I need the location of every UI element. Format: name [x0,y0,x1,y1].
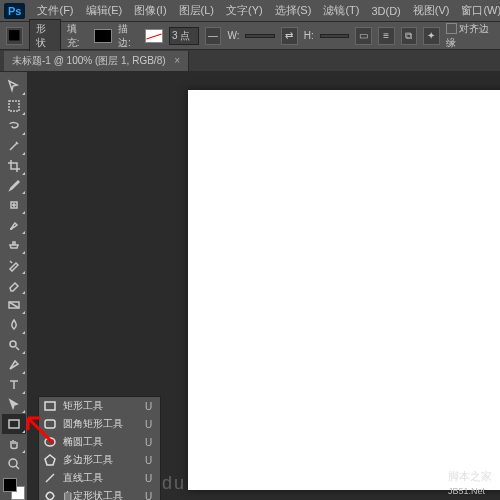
canvas[interactable] [188,90,500,490]
shortcut: U [129,437,152,448]
blur-tool[interactable] [2,315,26,335]
fill-swatch[interactable] [94,29,112,43]
link-wh-icon[interactable]: ⇄ [281,27,298,45]
tab-title: 未标题-1 @ 100% (图层 1, RGB/8) [12,55,166,66]
dodge-tool[interactable] [2,335,26,355]
marquee-tool[interactable] [2,96,26,116]
color-wells[interactable] [3,478,25,500]
document-tabs: 未标题-1 @ 100% (图层 1, RGB/8) × [0,50,500,72]
menu-window[interactable]: 窗口(W) [455,3,500,18]
move-tool[interactable] [2,76,26,96]
line-tool[interactable]: 直线工具 U [39,469,160,487]
menu-edit[interactable]: 编辑(E) [80,3,129,18]
shape-tool[interactable] [2,414,26,434]
shortcut: U [129,491,152,501]
flyout-label: 自定形状工具 [63,489,123,500]
clone-stamp-tool[interactable] [2,235,26,255]
flyout-label: 圆角矩形工具 [63,417,123,431]
eraser-tool[interactable] [2,275,26,295]
svg-point-9 [45,438,55,446]
menubar: Ps 文件(F) 编辑(E) 图像(I) 图层(L) 文字(Y) 选择(S) 滤… [0,0,500,22]
menu-type[interactable]: 文字(Y) [220,3,269,18]
w-label: W: [227,30,239,41]
fill-label: 填充: [67,22,88,50]
align-edges-checkbox[interactable]: 对齐边缘 [446,22,494,50]
hand-tool[interactable] [2,434,26,454]
svg-point-6 [9,459,17,467]
gradient-tool[interactable] [2,295,26,315]
custom-shape-tool[interactable]: 自定形状工具 U [39,487,160,500]
stroke-style-icon[interactable]: — [205,27,222,45]
path-selection-tool[interactable] [2,395,26,415]
stroke-label: 描边: [118,22,139,50]
rectangle-tool[interactable]: 矩形工具 U [39,397,160,415]
history-brush-tool[interactable] [2,255,26,275]
menu-select[interactable]: 选择(S) [269,3,318,18]
menu-3d[interactable]: 3D(D) [365,5,406,17]
rounded-rectangle-tool[interactable]: 圆角矩形工具 U [39,415,160,433]
foreground-color[interactable] [3,478,17,492]
lasso-tool[interactable] [2,116,26,136]
close-icon[interactable]: × [174,55,180,66]
flyout-label: 直线工具 [63,471,103,485]
ellipse-icon [43,435,57,449]
crop-tool[interactable] [2,156,26,176]
mode-select[interactable]: 形状 [29,19,61,53]
flyout-label: 椭圆工具 [63,435,103,449]
tool-preset-icon[interactable] [6,27,23,45]
menu-view[interactable]: 视图(V) [407,3,456,18]
healing-brush-tool[interactable] [2,195,26,215]
ellipse-tool[interactable]: 椭圆工具 U [39,433,160,451]
app-logo: Ps [4,3,25,19]
flyout-label: 多边形工具 [63,453,113,467]
stroke-width-input[interactable]: 3 点 [169,27,199,45]
gear-icon[interactable]: ✦ [423,27,440,45]
svg-rect-5 [9,420,19,428]
flyout-label: 矩形工具 [63,399,103,413]
rectangle-icon [43,399,57,413]
type-tool[interactable] [2,375,26,395]
svg-rect-7 [45,402,55,410]
document-tab[interactable]: 未标题-1 @ 100% (图层 1, RGB/8) × [4,51,189,71]
custom-shape-icon [43,489,57,500]
align-icon[interactable]: ≡ [378,27,395,45]
h-label: H: [304,30,314,41]
eyedropper-tool[interactable] [2,176,26,196]
pen-tool[interactable] [2,355,26,375]
width-input[interactable] [245,34,275,38]
menu-layer[interactable]: 图层(L) [173,3,220,18]
arrange-icon[interactable]: ⧉ [401,27,418,45]
stroke-swatch[interactable] [145,29,163,43]
path-ops-icon[interactable]: ▭ [355,27,372,45]
svg-rect-0 [9,30,19,40]
svg-rect-1 [9,101,19,111]
menu-image[interactable]: 图像(I) [128,3,172,18]
svg-point-4 [10,341,16,347]
shape-tool-flyout: 矩形工具 U 圆角矩形工具 U 椭圆工具 U 多边形工具 U 直线工具 U 自定… [38,396,161,500]
menu-filter[interactable]: 滤镜(T) [317,3,365,18]
brush-tool[interactable] [2,215,26,235]
polygon-icon [43,453,57,467]
magic-wand-tool[interactable] [2,136,26,156]
options-bar: 形状 填充: 描边: 3 点 — W: ⇄ H: ▭ ≡ ⧉ ✦ 对齐边缘 [0,22,500,50]
svg-rect-8 [45,420,55,428]
shortcut: U [129,419,152,430]
height-input[interactable] [320,34,350,38]
tools-panel [0,72,28,500]
rounded-rectangle-icon [43,417,57,431]
line-icon [43,471,57,485]
polygon-tool[interactable]: 多边形工具 U [39,451,160,469]
zoom-tool[interactable] [2,454,26,474]
shortcut: U [129,473,152,484]
shortcut: U [129,401,152,412]
shortcut: U [129,455,152,466]
menu-file[interactable]: 文件(F) [31,3,79,18]
